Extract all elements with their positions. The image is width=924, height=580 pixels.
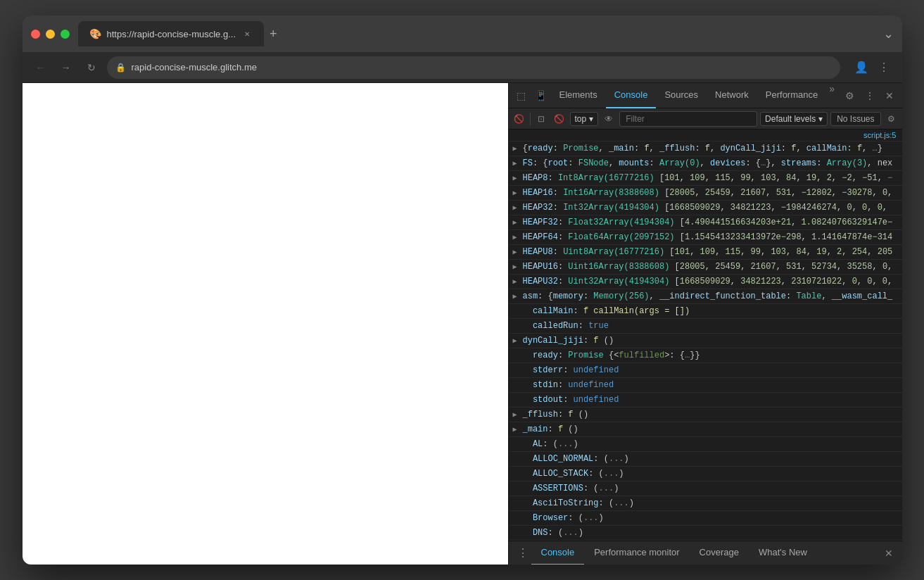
devtools-toolbar: ⬚ 📱 Elements Console Sources Network Per… <box>509 83 902 108</box>
expand-arrow[interactable]: ▶ <box>513 261 517 274</box>
expand-arrow[interactable]: ▶ <box>513 217 517 229</box>
tab-title: https://rapid-concise-muscle.g... <box>107 29 236 39</box>
expand-arrow[interactable]: ▶ <box>513 202 517 215</box>
console-line: stdout: undefined <box>509 393 902 408</box>
context-label: top <box>575 114 587 124</box>
page-content <box>23 83 508 565</box>
tab-sources[interactable]: Sources <box>656 83 707 108</box>
console-line: ▶ {ready: Promise, _main: f, _fflush: f,… <box>509 141 902 156</box>
console-line: ▶ HEAPU8: Uint8Array(16777216) [101, 109… <box>509 245 902 260</box>
browser-tab[interactable]: 🎨 https://rapid-concise-muscle.g... ✕ <box>78 21 265 46</box>
devtools-panel: ⬚ 📱 Elements Console Sources Network Per… <box>508 83 902 565</box>
expand-arrow[interactable]: ▶ <box>513 143 517 156</box>
console-line: ▶ HEAPF32: Float32Array(4194304) [4.4904… <box>509 215 902 230</box>
select-element-button[interactable]: ⬚ <box>512 86 531 106</box>
console-line: ▶ HEAP32: Int32Array(4194304) [166850902… <box>509 201 902 215</box>
tab-elements[interactable]: Elements <box>551 83 606 108</box>
drawer-tab-performance-monitor[interactable]: Performance monitor <box>584 541 689 565</box>
tab-favicon: 🎨 <box>89 28 101 39</box>
console-line: ready: Promise {<fulfilled>: {…}} <box>509 348 902 363</box>
tab-network[interactable]: Network <box>707 83 757 108</box>
profile-button[interactable]: 👤 <box>852 58 871 77</box>
tab-performance[interactable]: Performance <box>757 83 826 108</box>
drawer-tab-whats-new[interactable]: What's New <box>749 541 817 565</box>
traffic-lights <box>31 30 70 39</box>
expand-arrow[interactable]: ▶ <box>513 335 517 348</box>
console-line: ▶ dynCall_jiji: f () <box>509 334 902 348</box>
url-text: rapid-concise-muscle.glitch.me <box>132 62 257 72</box>
drawer-close-button[interactable]: ✕ <box>881 546 897 561</box>
eye-icon[interactable]: 👁 <box>601 111 616 127</box>
toolbar-divider <box>530 113 531 125</box>
tab-console[interactable]: Console <box>606 83 657 108</box>
hide-issues-button[interactable]: 🚫 <box>552 111 567 127</box>
console-line: ASSERTIONS: (...) <box>509 481 902 496</box>
expand-arrow[interactable]: ▶ <box>513 246 517 259</box>
show-drawer-button[interactable]: ⊡ <box>533 111 549 127</box>
console-line: AL: (...) <box>509 437 902 452</box>
no-issues-badge: No Issues <box>830 112 880 126</box>
expand-arrow[interactable]: ▶ <box>513 409 517 422</box>
reload-button[interactable]: ↻ <box>82 58 101 77</box>
console-line: ▶ HEAPF64: Float64Array(2097152) [1.1545… <box>509 230 902 245</box>
new-tab-button[interactable]: + <box>264 24 283 44</box>
lock-icon: 🔒 <box>115 63 126 72</box>
drawer-dots-button[interactable]: ⋮ <box>514 546 531 560</box>
console-line: Browser: (...) <box>509 511 902 526</box>
chevron-down-icon-2: ▾ <box>818 114 823 124</box>
console-line: ALLOC_NORMAL: (...) <box>509 452 902 467</box>
tab-close-button[interactable]: ✕ <box>241 28 253 39</box>
address-bar: ← → ↻ 🔒 rapid-concise-muscle.glitch.me 👤… <box>23 52 902 83</box>
expand-arrow[interactable]: ▶ <box>513 187 517 200</box>
more-tabs-button[interactable]: » <box>826 83 837 108</box>
console-line: ▶ FS: {root: FSNode, mounts: Array(0), d… <box>509 156 902 171</box>
console-line: ▶ _fflush: f () <box>509 408 902 422</box>
expand-arrow[interactable]: ▶ <box>513 291 517 303</box>
script-link[interactable]: script.js:5 <box>509 130 902 141</box>
url-bar[interactable]: 🔒 rapid-concise-muscle.glitch.me <box>107 56 840 79</box>
clear-console-button[interactable]: 🚫 <box>512 111 527 127</box>
console-line: stderr: undefined <box>509 363 902 378</box>
console-toolbar: 🚫 ⊡ 🚫 top ▾ 👁 Default levels ▾ No Issues… <box>509 108 902 130</box>
chevron-down-icon: ▾ <box>589 114 593 124</box>
expand-arrow[interactable]: ▶ <box>513 158 517 170</box>
devtools-close-button[interactable]: ✕ <box>880 86 899 106</box>
browser-controls: 👤 ⋮ <box>852 58 894 77</box>
close-window-button[interactable] <box>31 30 40 39</box>
console-line: callMain: f callMain(args = []) <box>509 304 902 319</box>
console-line: stdin: undefined <box>509 378 902 393</box>
expand-arrow[interactable]: ▶ <box>513 232 517 244</box>
back-button[interactable]: ← <box>31 58 51 77</box>
expand-arrow[interactable]: ▶ <box>513 276 517 289</box>
window-controls: ⌄ <box>883 26 894 42</box>
expand-arrow[interactable]: ▶ <box>513 424 517 436</box>
drawer-tab-console[interactable]: Console <box>531 541 585 565</box>
console-filter-input[interactable] <box>619 111 757 127</box>
context-selector[interactable]: top ▾ <box>570 112 599 126</box>
main-area: ⬚ 📱 Elements Console Sources Network Per… <box>23 83 902 565</box>
console-line: AsciiToString: (...) <box>509 496 902 511</box>
console-line: ▶ HEAPU16: Uint16Array(8388608) [28005, … <box>509 260 902 275</box>
menu-button[interactable]: ⋮ <box>874 58 894 77</box>
console-settings-button[interactable]: ⚙ <box>884 111 899 127</box>
console-output: ▶ {ready: Promise, _main: f, _fflush: f,… <box>509 141 902 541</box>
console-line: DNS: (...) <box>509 526 902 541</box>
console-line: ▶ asm: {memory: Memory(256), __indirect_… <box>509 289 902 304</box>
expand-arrow[interactable]: ▶ <box>513 172 517 185</box>
console-line: ALLOC_STACK: (...) <box>509 467 902 481</box>
browser-window: 🎨 https://rapid-concise-muscle.g... ✕ + … <box>23 15 902 565</box>
console-line: ▶ HEAPU32: Uint32Array(4194304) [1668509… <box>509 275 902 289</box>
tab-bar: 🎨 https://rapid-concise-muscle.g... ✕ + <box>78 21 883 46</box>
log-level-selector[interactable]: Default levels ▾ <box>760 112 828 126</box>
level-label: Default levels <box>765 114 816 124</box>
console-line: ▶ _main: f () <box>509 422 902 437</box>
devtools-settings-button[interactable]: ⚙ <box>840 86 860 106</box>
device-toolbar-button[interactable]: 📱 <box>531 86 551 106</box>
devtools-overflow-button[interactable]: ⋮ <box>860 86 880 106</box>
drawer-tab-coverage[interactable]: Coverage <box>690 541 749 565</box>
minimize-window-button[interactable] <box>46 30 55 39</box>
maximize-window-button[interactable] <box>61 30 70 39</box>
forward-button[interactable]: → <box>56 58 76 77</box>
console-line: ▶ HEAP8: Int8Array(16777216) [101, 109, … <box>509 171 902 186</box>
devtools-tabs: Elements Console Sources Network Perform… <box>551 83 840 108</box>
